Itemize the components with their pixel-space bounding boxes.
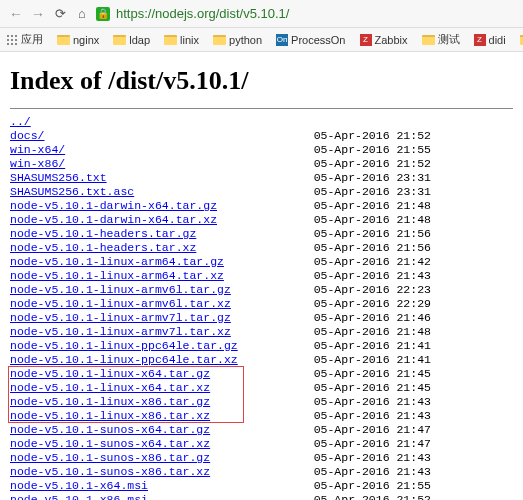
file-link[interactable]: node-v5.10.1-linux-x86.tar.xz — [10, 409, 210, 422]
bookmark-item[interactable]: 测试 — [422, 32, 460, 47]
bookmark-item[interactable]: ZZabbix — [360, 34, 408, 46]
file-link[interactable]: node-v5.10.1-linux-ppc64le.tar.gz — [10, 339, 238, 352]
bookmark-item[interactable]: Zdidi — [474, 34, 506, 46]
address-bar[interactable]: https://nodejs.org/dist/v5.10.1/ — [116, 6, 515, 21]
file-link[interactable]: node-v5.10.1-linux-x64.tar.xz — [10, 381, 210, 394]
site-icon: On — [276, 34, 288, 46]
folder-icon — [113, 35, 126, 45]
forward-button[interactable]: → — [30, 6, 46, 22]
apps-shortcut[interactable]: 应用 — [6, 32, 43, 47]
file-link[interactable]: win-x64/ — [10, 143, 65, 156]
bookmark-label: didi — [489, 34, 506, 46]
file-link[interactable]: node-v5.10.1-linux-arm64.tar.gz — [10, 255, 224, 268]
bookmark-label: nginx — [73, 34, 99, 46]
file-link[interactable]: node-v5.10.1-headers.tar.gz — [10, 227, 196, 240]
bookmark-label: 测试 — [438, 32, 460, 47]
file-link[interactable]: node-v5.10.1-linux-x86.tar.gz — [10, 395, 210, 408]
bookmark-item[interactable]: ldap — [113, 34, 150, 46]
bookmarks-bar: 应用 nginxldaplinixpythonOnProcessOnZZabbi… — [0, 28, 523, 52]
file-link[interactable]: node-v5.10.1-linux-x64.tar.gz — [10, 367, 210, 380]
file-link[interactable]: node-v5.10.1-linux-armv6l.tar.gz — [10, 283, 231, 296]
site-icon: Z — [474, 34, 486, 46]
bookmark-label: python — [229, 34, 262, 46]
folder-icon — [213, 35, 226, 45]
apps-label: 应用 — [21, 32, 43, 47]
bookmark-label: ldap — [129, 34, 150, 46]
bookmark-item[interactable]: python — [213, 34, 262, 46]
lock-icon: 🔒 — [96, 7, 110, 21]
file-link[interactable]: win-x86/ — [10, 157, 65, 170]
bookmark-label: ProcessOn — [291, 34, 345, 46]
bookmark-item[interactable]: 阿里云 — [520, 32, 523, 47]
bookmark-item[interactable]: OnProcessOn — [276, 34, 345, 46]
bookmark-label: Zabbix — [375, 34, 408, 46]
file-link[interactable]: docs/ — [10, 129, 45, 142]
file-link[interactable]: node-v5.10.1-linux-arm64.tar.xz — [10, 269, 224, 282]
page-title: Index of /dist/v5.10.1/ — [10, 66, 513, 96]
file-link[interactable]: node-v5.10.1-linux-armv7l.tar.xz — [10, 325, 231, 338]
folder-icon — [57, 35, 70, 45]
file-link[interactable]: node-v5.10.1-x86.msi — [10, 493, 148, 500]
back-button[interactable]: ← — [8, 6, 24, 22]
file-link[interactable]: SHASUMS256.txt.asc — [10, 185, 134, 198]
file-link[interactable]: node-v5.10.1-sunos-x64.tar.xz — [10, 437, 210, 450]
file-link[interactable]: node-v5.10.1-darwin-x64.tar.gz — [10, 199, 217, 212]
divider-top — [10, 108, 513, 109]
file-link[interactable]: node-v5.10.1-linux-armv7l.tar.gz — [10, 311, 231, 324]
bookmark-item[interactable]: linix — [164, 34, 199, 46]
file-link[interactable]: node-v5.10.1-darwin-x64.tar.xz — [10, 213, 217, 226]
file-link[interactable]: node-v5.10.1-x64.msi — [10, 479, 148, 492]
site-icon: Z — [360, 34, 372, 46]
file-link[interactable]: node-v5.10.1-sunos-x86.tar.gz — [10, 451, 210, 464]
file-link[interactable]: node-v5.10.1-headers.tar.xz — [10, 241, 196, 254]
home-button[interactable]: ⌂ — [74, 6, 90, 22]
file-link[interactable]: node-v5.10.1-linux-ppc64le.tar.xz — [10, 353, 238, 366]
folder-icon — [164, 35, 177, 45]
parent-dir-link[interactable]: ../ — [10, 115, 31, 128]
bookmark-label: linix — [180, 34, 199, 46]
directory-listing: ../ docs/ 05-Apr-2016 21:52 - win-x64/ 0… — [10, 115, 513, 500]
page-content: Index of /dist/v5.10.1/ ../ docs/ 05-Apr… — [0, 52, 523, 500]
file-link[interactable]: node-v5.10.1-sunos-x64.tar.gz — [10, 423, 210, 436]
file-link[interactable]: node-v5.10.1-sunos-x86.tar.xz — [10, 465, 210, 478]
folder-icon — [422, 35, 435, 45]
apps-icon — [6, 34, 18, 46]
folder-icon — [520, 35, 523, 45]
file-link[interactable]: node-v5.10.1-linux-armv6l.tar.xz — [10, 297, 231, 310]
file-link[interactable]: SHASUMS256.txt — [10, 171, 107, 184]
browser-toolbar: ← → ⟳ ⌂ 🔒 https://nodejs.org/dist/v5.10.… — [0, 0, 523, 28]
bookmark-item[interactable]: nginx — [57, 34, 99, 46]
reload-button[interactable]: ⟳ — [52, 6, 68, 22]
